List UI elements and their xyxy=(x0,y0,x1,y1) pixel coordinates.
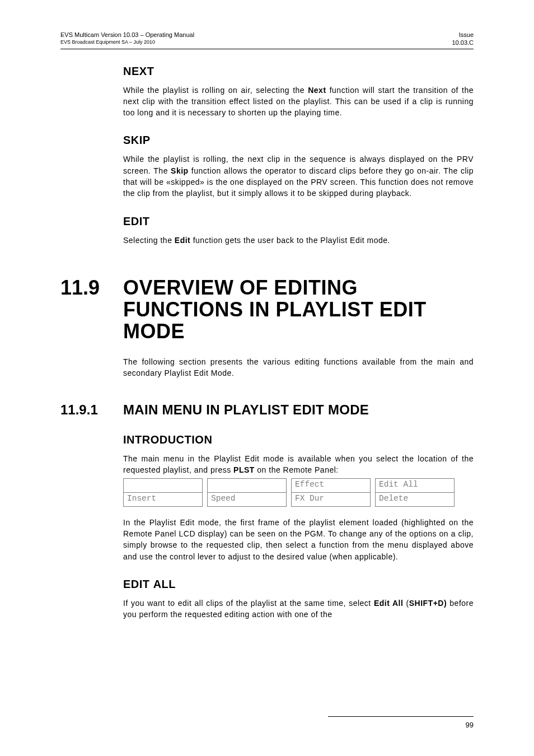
sc: ENU IN xyxy=(174,402,224,417)
heading-cap: A xyxy=(153,578,162,590)
cap: P xyxy=(224,402,233,417)
menu-cell xyxy=(207,478,287,493)
heading-11-9-1: 11.9.1 MAIN MENU IN PLAYLIST EDIT MODE xyxy=(60,402,474,418)
para-introduction: The main menu in the Playlist Edit mode … xyxy=(123,453,474,476)
menu-cell xyxy=(123,478,203,493)
page-number: 99 xyxy=(466,721,474,729)
bold-text: SHIFT+D) xyxy=(409,599,447,608)
heading-cap: N xyxy=(123,65,132,77)
heading-cap: S xyxy=(123,134,131,146)
heading-text: OVERVIEW OF EDITING FUNCTIONS IN PLAYLIS… xyxy=(123,277,474,343)
sc: AIN xyxy=(134,402,162,417)
bold-text: PLST xyxy=(233,465,255,474)
menu-cell-speed: Speed xyxy=(207,492,287,507)
text: Selecting the xyxy=(123,236,175,245)
heading-cap: E xyxy=(123,578,131,590)
content-area: The following section presents the vario… xyxy=(60,356,474,379)
heading-rest: KIP xyxy=(131,134,151,146)
para-edit: Selecting the Edit function gets the use… xyxy=(123,235,474,246)
menu-cell-effect: Effect xyxy=(291,478,371,493)
header-right: Issue 10.03.C xyxy=(452,31,474,47)
heading-skip: SKIP xyxy=(123,134,474,147)
menu-cell-fxdur: FX Dur xyxy=(291,492,371,507)
para-overview-intro: The following section presents the vario… xyxy=(123,356,474,379)
heading-edit: EDIT xyxy=(123,215,474,228)
sc: LAYLIST xyxy=(233,402,293,417)
header-issue-label: Issue xyxy=(452,31,474,39)
heading-number: 11.9.1 xyxy=(60,402,123,418)
text: While the playlist is rolling on air, se… xyxy=(123,86,308,95)
menu-col-3: Effect FX Dur xyxy=(291,478,371,507)
text: ( xyxy=(403,599,409,608)
bold-text: Edit All xyxy=(374,599,403,608)
text: If you want to edit all clips of the pla… xyxy=(123,599,374,608)
header-rule xyxy=(60,49,474,49)
heading-rest: EXT xyxy=(132,65,154,77)
para-skip: While the playlist is rolling, the next … xyxy=(123,153,474,199)
header-title: EVS Multicam Version 10.03 – Operating M… xyxy=(60,31,194,39)
menu-cell-editall: Edit All xyxy=(375,478,455,493)
sc: ODE xyxy=(339,402,369,417)
footer-rule xyxy=(328,716,474,717)
heading-next: NEXT xyxy=(123,65,474,78)
menu-col-2: Speed xyxy=(207,478,287,507)
header-issue-number: 10.03.C xyxy=(452,39,474,47)
heading-edit-all: EDIT ALL xyxy=(123,578,474,591)
heading-11-9: 11.9 OVERVIEW OF EDITING FUNCTIONS IN PL… xyxy=(60,277,474,343)
menu-cell-insert: Insert xyxy=(123,492,203,507)
bold-text: Edit xyxy=(175,236,190,245)
heading-introduction: INTRODUCTION xyxy=(123,433,474,446)
para-after-menu: In the Playlist Edit mode, the first fra… xyxy=(123,517,474,562)
content-area: NEXT While the playlist is rolling on ai… xyxy=(60,65,474,246)
menu-grid: Insert Speed Effect FX Dur Edit All Dele… xyxy=(123,478,474,507)
menu-col-4: Edit All Delete xyxy=(375,478,455,507)
heading-rest: DIT xyxy=(131,215,150,227)
cap: M xyxy=(123,402,134,417)
menu-cell-delete: Delete xyxy=(375,492,455,507)
heading-text: MAIN MENU IN PLAYLIST EDIT MODE xyxy=(123,402,369,418)
header-company: EVS Broadcast Equipment SA – July 2010 xyxy=(60,39,194,45)
heading-rest: DIT xyxy=(131,578,153,590)
header-left: EVS Multicam Version 10.03 – Operating M… xyxy=(60,31,194,47)
para-next: While the playlist is rolling on air, se… xyxy=(123,85,474,119)
heading-rest: LL xyxy=(162,578,176,590)
menu-col-1: Insert xyxy=(123,478,203,507)
page-header: EVS Multicam Version 10.03 – Operating M… xyxy=(60,31,474,47)
heading-number: 11.9 xyxy=(60,277,123,299)
cap: M xyxy=(328,402,339,417)
text: on the Remote Panel: xyxy=(255,465,339,474)
heading-rest: NTRODUCTION xyxy=(127,433,212,446)
heading-cap: E xyxy=(123,215,131,227)
text: function gets the user back to the Playl… xyxy=(190,236,390,245)
cap: E xyxy=(293,402,302,417)
bold-text: Next xyxy=(308,86,326,95)
page: EVS Multicam Version 10.03 – Operating M… xyxy=(0,0,534,756)
sc: DIT xyxy=(302,402,328,417)
content-area: INTRODUCTION The main menu in the Playli… xyxy=(60,433,474,620)
cap: M xyxy=(162,402,174,417)
bold-text: Skip xyxy=(171,166,189,175)
para-edit-all: If you want to edit all clips of the pla… xyxy=(123,598,474,620)
